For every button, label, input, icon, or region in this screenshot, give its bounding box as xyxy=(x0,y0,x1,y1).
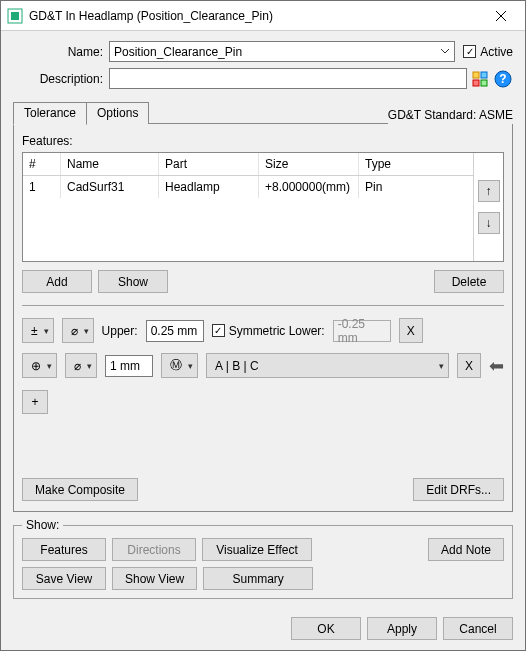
col-size[interactable]: Size xyxy=(259,153,359,175)
mmc-icon: Ⓜ xyxy=(170,357,182,374)
close-icon xyxy=(496,11,506,21)
chevron-down-icon: ▾ xyxy=(188,361,193,371)
edit-drfs-button[interactable]: Edit DRFs... xyxy=(413,478,504,501)
grid-icon-button[interactable] xyxy=(470,69,490,89)
col-type[interactable]: Type xyxy=(359,153,473,175)
ok-button[interactable]: OK xyxy=(291,617,361,640)
apply-button[interactable]: Apply xyxy=(367,617,437,640)
show-features-button[interactable]: Features xyxy=(22,538,106,561)
content-area: Name: Position_Clearance_Pin ✓ Active De… xyxy=(1,31,525,611)
visualize-effect-button[interactable]: Visualize Effect xyxy=(202,538,312,561)
table-row[interactable]: 1 CadSurf31 Headlamp +8.000000(mm) Pin xyxy=(23,176,473,198)
active-checkbox[interactable]: ✓ Active xyxy=(463,45,513,59)
chevron-down-icon: ▾ xyxy=(439,361,444,371)
checkbox-box: ✓ xyxy=(212,324,225,337)
chevron-down-icon: ▾ xyxy=(47,361,52,371)
position-icon: ⊕ xyxy=(31,359,41,373)
chevron-down-icon: ▾ xyxy=(44,326,49,336)
col-idx[interactable]: # xyxy=(23,153,61,175)
tab-tolerance[interactable]: Tolerance xyxy=(13,102,87,125)
diameter-select-2[interactable]: ⌀▾ xyxy=(65,353,97,378)
col-name[interactable]: Name xyxy=(61,153,159,175)
checkbox-box: ✓ xyxy=(463,45,476,58)
window-title: GD&T In Headlamp (Position_Clearance_Pin… xyxy=(29,9,478,23)
add-note-button[interactable]: Add Note xyxy=(428,538,504,561)
lower-input: -0.25 mm xyxy=(333,320,391,342)
arrow-up-icon: ↑ xyxy=(486,184,492,198)
separator xyxy=(22,305,504,306)
svg-rect-1 xyxy=(11,12,19,20)
grid-icon xyxy=(472,71,488,87)
name-label: Name: xyxy=(13,45,109,59)
delete-button[interactable]: Delete xyxy=(434,270,504,293)
show-legend: Show: xyxy=(22,518,63,532)
diameter-select-1[interactable]: ⌀▾ xyxy=(62,318,94,343)
upper-label: Upper: xyxy=(102,324,138,338)
tab-options[interactable]: Options xyxy=(86,102,149,125)
summary-button[interactable]: Summary xyxy=(203,567,313,590)
remove-geo-row-button[interactable]: X xyxy=(457,353,481,378)
help-button[interactable]: ? xyxy=(493,69,513,89)
description-row: Description: ? xyxy=(13,68,513,89)
modifier-select[interactable]: Ⓜ▾ xyxy=(161,353,198,378)
description-input[interactable] xyxy=(109,68,467,89)
tolerance-value-input[interactable]: 1 mm xyxy=(105,355,153,377)
make-composite-button[interactable]: Make Composite xyxy=(22,478,138,501)
show-button[interactable]: Show xyxy=(98,270,168,293)
features-table: # Name Part Size Type 1 CadSurf31 Headla… xyxy=(22,152,504,262)
close-button[interactable] xyxy=(478,1,523,30)
description-label: Description: xyxy=(13,72,109,86)
arrow-left-icon: ⬅ xyxy=(489,357,504,375)
svg-rect-5 xyxy=(481,72,487,78)
add-tolerance-row-button[interactable]: + xyxy=(22,390,48,414)
show-directions-button: Directions xyxy=(112,538,196,561)
chevron-down-icon: ▾ xyxy=(87,361,92,371)
geometric-tolerance-row: ⊕▾ ⌀▾ 1 mm Ⓜ▾ A | B | C▾ X ⬅ xyxy=(22,353,504,378)
svg-rect-7 xyxy=(481,80,487,86)
size-tolerance-row: ±▾ ⌀▾ Upper: 0.25 mm ✓ Symmetric Lower: … xyxy=(22,318,504,343)
dialog-window: GD&T In Headlamp (Position_Clearance_Pin… xyxy=(0,0,526,651)
svg-rect-6 xyxy=(473,80,479,86)
position-symbol-select[interactable]: ⊕▾ xyxy=(22,353,57,378)
symmetric-lower-checkbox[interactable]: ✓ Symmetric Lower: xyxy=(212,324,325,338)
svg-rect-4 xyxy=(473,72,479,78)
name-value: Position_Clearance_Pin xyxy=(114,45,242,59)
table-header: # Name Part Size Type xyxy=(23,153,473,176)
table-reorder: ↑ ↓ xyxy=(473,153,503,261)
svg-text:?: ? xyxy=(499,72,506,86)
diameter-icon: ⌀ xyxy=(71,324,78,338)
help-icon: ? xyxy=(494,70,512,88)
datums-select[interactable]: A | B | C▾ xyxy=(206,353,449,378)
move-up-button[interactable]: ↑ xyxy=(478,180,500,202)
name-row: Name: Position_Clearance_Pin ✓ Active xyxy=(13,41,513,62)
app-icon xyxy=(7,8,23,24)
gdt-standard-label: GD&T Standard: ASME xyxy=(388,108,513,124)
plusminus-icon: ± xyxy=(31,324,38,338)
tab-panel-tolerance: Features: # Name Part Size Type 1 CadSur… xyxy=(13,124,513,512)
cancel-button[interactable]: Cancel xyxy=(443,617,513,640)
move-down-button[interactable]: ↓ xyxy=(478,212,500,234)
titlebar: GD&T In Headlamp (Position_Clearance_Pin… xyxy=(1,1,525,31)
upper-input[interactable]: 0.25 mm xyxy=(146,320,204,342)
features-label: Features: xyxy=(22,134,504,148)
save-view-button[interactable]: Save View xyxy=(22,567,106,590)
name-combo[interactable]: Position_Clearance_Pin xyxy=(109,41,455,62)
tab-bar: Tolerance Options GD&T Standard: ASME xyxy=(13,101,513,124)
diameter-icon: ⌀ xyxy=(74,359,81,373)
arrow-down-icon: ↓ xyxy=(486,216,492,230)
plus-icon: + xyxy=(31,395,38,409)
chevron-down-icon: ▾ xyxy=(84,326,89,336)
add-button[interactable]: Add xyxy=(22,270,92,293)
remove-size-row-button[interactable]: X xyxy=(399,318,423,343)
col-part[interactable]: Part xyxy=(159,153,259,175)
dialog-buttons: OK Apply Cancel xyxy=(1,611,525,650)
show-view-button[interactable]: Show View xyxy=(112,567,197,590)
show-group: Show: Features Directions Visualize Effe… xyxy=(13,518,513,599)
chevron-down-icon xyxy=(437,44,452,59)
active-label: Active xyxy=(480,45,513,59)
size-symbol-select[interactable]: ±▾ xyxy=(22,318,54,343)
